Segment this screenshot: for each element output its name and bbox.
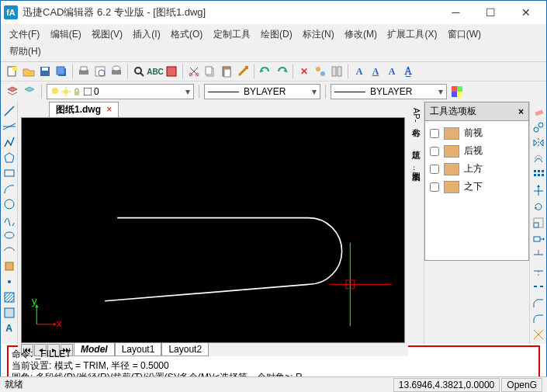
text-a1-icon[interactable]: A <box>352 64 366 78</box>
document-tab[interactable]: 图纸1.dwg × <box>49 102 119 117</box>
save-icon[interactable] <box>38 64 52 78</box>
circle-icon[interactable] <box>2 198 16 210</box>
lineweight-combo[interactable]: BYLAYER ▾ <box>331 84 447 99</box>
menu-insert[interactable]: 插入(I) <box>129 26 164 43</box>
chevron-down-icon: ▾ <box>438 86 443 97</box>
redo-icon[interactable] <box>275 64 289 78</box>
palette-item[interactable]: 之下 <box>428 178 525 196</box>
erase-icon[interactable] <box>531 105 545 118</box>
side-tab-hatch[interactable]: 图案填… <box>410 162 423 177</box>
chamfer-icon[interactable] <box>531 296 545 309</box>
maximize-button[interactable]: ☐ <box>473 2 508 23</box>
move-icon[interactable] <box>531 185 545 198</box>
linetype-combo[interactable]: BYLAYER ▾ <box>204 84 320 99</box>
menu-extend[interactable]: 扩展工具(X) <box>383 26 441 43</box>
layer-states-icon[interactable] <box>23 85 36 99</box>
layout-tab-1[interactable]: Layout1 <box>115 343 162 356</box>
palette-check[interactable] <box>430 182 439 192</box>
mirror-icon[interactable] <box>531 137 545 150</box>
trim-icon[interactable] <box>531 248 545 262</box>
fillet-icon[interactable] <box>531 312 545 325</box>
palette-close-icon[interactable]: × <box>518 106 524 117</box>
menu-help[interactable]: 帮助(H) <box>5 43 45 60</box>
point-icon[interactable] <box>2 276 16 288</box>
spline-icon[interactable] <box>2 213 16 226</box>
palette-check[interactable] <box>430 129 439 138</box>
text-a4-icon[interactable]: A̲ <box>401 64 415 78</box>
svg-rect-35 <box>457 86 462 92</box>
new-icon[interactable] <box>5 64 19 78</box>
side-tab-ap[interactable]: AP-名称 <box>410 105 423 125</box>
svg-point-11 <box>113 66 120 71</box>
menu-modify[interactable]: 修改(M) <box>341 26 381 43</box>
layout-tab-model[interactable]: Model <box>74 343 115 356</box>
tool-palette-icon[interactable] <box>330 64 344 78</box>
palette-check[interactable] <box>430 165 439 174</box>
undo-icon[interactable] <box>258 64 272 78</box>
print-preview-icon[interactable] <box>93 64 107 78</box>
print-icon[interactable] <box>77 64 91 78</box>
plot-icon[interactable] <box>109 64 123 78</box>
array-icon[interactable] <box>531 168 545 182</box>
menu-edit[interactable]: 编辑(E) <box>47 26 85 43</box>
palette-check[interactable] <box>430 147 439 156</box>
stretch-icon[interactable] <box>531 232 545 245</box>
xline-icon[interactable] <box>2 120 16 133</box>
layout-tab-2[interactable]: Layout2 <box>161 343 209 356</box>
color-swatch-icon[interactable] <box>450 85 464 99</box>
palette-item[interactable]: 后视 <box>428 142 525 160</box>
find-icon[interactable] <box>132 64 146 78</box>
close-button[interactable]: ✕ <box>508 2 543 23</box>
copy-icon[interactable] <box>203 64 217 78</box>
extend-icon[interactable] <box>531 264 545 277</box>
break-icon[interactable] <box>531 280 545 293</box>
explode-icon[interactable] <box>531 328 545 341</box>
arc-icon[interactable] <box>2 182 16 195</box>
polygon-icon[interactable] <box>2 151 16 164</box>
layer-combo[interactable]: 0 ▾ <box>47 84 194 99</box>
match-icon[interactable] <box>236 64 250 78</box>
ellipse-arc-icon[interactable] <box>2 245 16 257</box>
cut-icon[interactable] <box>187 64 201 78</box>
rectangle-icon[interactable] <box>2 167 16 179</box>
svg-rect-1 <box>12 67 17 71</box>
layer-manager-icon[interactable] <box>5 85 19 99</box>
spell-icon[interactable]: ABC <box>148 64 162 78</box>
menu-format[interactable]: 格式(O) <box>167 26 206 43</box>
menu-window[interactable]: 窗口(W) <box>444 26 485 43</box>
menu-view[interactable]: 视图(V) <box>88 26 126 43</box>
palette-item[interactable]: 前视 <box>428 124 525 142</box>
ellipse-icon[interactable] <box>2 229 16 241</box>
menu-dim[interactable]: 标注(N) <box>299 26 338 43</box>
audit-icon[interactable] <box>164 64 178 78</box>
offset-icon[interactable] <box>531 153 545 166</box>
region-icon[interactable] <box>2 307 16 319</box>
delete-icon[interactable]: ✕ <box>297 64 311 78</box>
text-a2-icon[interactable]: A <box>369 64 383 78</box>
line-icon[interactable] <box>2 105 16 117</box>
text-a3-icon[interactable]: A <box>385 64 399 78</box>
svg-rect-36 <box>452 92 457 97</box>
menu-file[interactable]: 文件(F) <box>5 26 43 43</box>
rotate-icon[interactable] <box>531 200 545 213</box>
block-icon[interactable] <box>2 260 16 272</box>
props-icon[interactable] <box>313 64 327 78</box>
text-icon[interactable]: A <box>2 322 16 335</box>
scale-icon[interactable] <box>531 217 545 230</box>
minimize-button[interactable]: ─ <box>438 2 473 23</box>
menu-bar: 文件(F) 编辑(E) 视图(V) 插入(I) 格式(O) 定制工具 绘图(D)… <box>1 24 546 61</box>
hatch-icon[interactable] <box>2 291 16 304</box>
svg-line-82 <box>538 330 543 335</box>
paste-icon[interactable] <box>220 64 234 78</box>
drawing-canvas[interactable]: x y <box>21 117 405 343</box>
side-tab-arch[interactable]: 建筑 <box>410 140 423 147</box>
copy2-icon[interactable] <box>531 121 545 134</box>
saveall-icon[interactable] <box>54 64 68 78</box>
polyline-icon[interactable] <box>2 136 16 148</box>
open-icon[interactable] <box>22 64 36 78</box>
svg-marker-74 <box>543 238 545 241</box>
menu-custom-tools[interactable]: 定制工具 <box>209 26 254 43</box>
menu-draw[interactable]: 绘图(D) <box>257 26 296 43</box>
close-tab-icon[interactable]: × <box>106 104 112 115</box>
palette-item[interactable]: 上方 <box>428 160 525 178</box>
